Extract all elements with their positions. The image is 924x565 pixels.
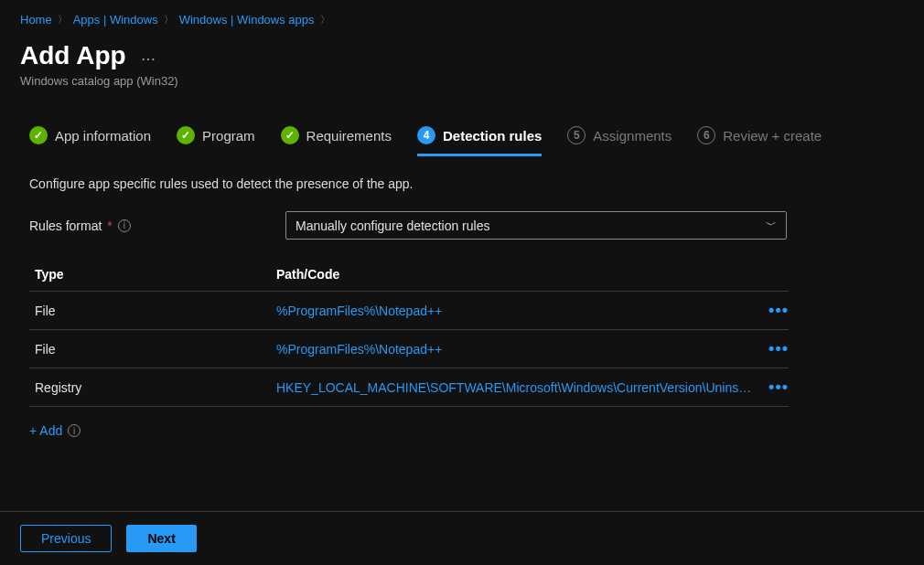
- more-icon[interactable]: ⋯: [141, 45, 157, 68]
- page-title: Add App: [20, 41, 126, 70]
- tab-label: Review + create: [723, 128, 822, 144]
- cell-type: File: [29, 342, 276, 357]
- breadcrumb-apps-windows[interactable]: Apps | Windows: [73, 13, 158, 27]
- check-icon: ✓: [29, 126, 48, 144]
- check-icon: ✓: [177, 126, 195, 144]
- rules-format-row: Rules format * i Manually configure dete…: [0, 191, 924, 240]
- cell-type: File: [29, 304, 276, 318]
- cell-type: Registry: [29, 380, 276, 395]
- tab-program[interactable]: ✓ Program: [177, 126, 255, 156]
- tab-requirements[interactable]: ✓ Requirements: [281, 126, 392, 156]
- tab-app-information[interactable]: ✓ App information: [29, 126, 151, 156]
- cell-path[interactable]: HKEY_LOCAL_MACHINE\SOFTWARE\Microsoft\Wi…: [276, 380, 752, 395]
- step-number-icon: 6: [697, 126, 715, 144]
- add-link-text: + Add: [29, 423, 62, 438]
- table-row: File %ProgramFiles%\Notepad++ •••: [29, 292, 789, 330]
- col-header-type: Type: [29, 267, 276, 282]
- label-text: Rules format: [29, 219, 102, 233]
- table-header: Type Path/Code: [29, 258, 789, 292]
- chevron-right-icon: 〉: [58, 13, 68, 27]
- required-asterisk: *: [107, 219, 112, 233]
- tab-detection-rules[interactable]: 4 Detection rules: [417, 126, 542, 156]
- info-icon[interactable]: i: [68, 424, 81, 437]
- previous-button[interactable]: Previous: [20, 525, 112, 552]
- check-icon: ✓: [281, 126, 299, 144]
- detection-rules-table: Type Path/Code File %ProgramFiles%\Notep…: [29, 258, 789, 407]
- tab-label: Program: [202, 128, 255, 144]
- next-button[interactable]: Next: [126, 525, 196, 552]
- tab-label: Requirements: [306, 128, 392, 144]
- wizard-tabs: ✓ App information ✓ Program ✓ Requiremen…: [0, 88, 924, 156]
- cell-path[interactable]: %ProgramFiles%\Notepad++: [276, 342, 752, 357]
- info-icon[interactable]: i: [118, 219, 131, 232]
- section-description: Configure app specific rules used to det…: [0, 156, 924, 191]
- tab-label: App information: [55, 128, 151, 144]
- chevron-right-icon: 〉: [164, 13, 174, 27]
- col-header-path: Path/Code: [276, 267, 752, 282]
- breadcrumb-windows-apps[interactable]: Windows | Windows apps: [179, 13, 315, 27]
- breadcrumb: Home 〉 Apps | Windows 〉 Windows | Window…: [0, 0, 924, 34]
- chevron-right-icon: 〉: [320, 13, 330, 27]
- tab-assignments[interactable]: 5 Assignments: [567, 126, 672, 156]
- row-more-icon[interactable]: •••: [768, 378, 789, 396]
- row-more-icon[interactable]: •••: [768, 339, 789, 357]
- page-subtitle: Windows catalog app (Win32): [0, 70, 924, 88]
- cell-path[interactable]: %ProgramFiles%\Notepad++: [276, 304, 752, 318]
- tab-label: Assignments: [593, 128, 672, 144]
- rules-format-select[interactable]: Manually configure detection rules ﹀: [285, 211, 787, 240]
- table-row: Registry HKEY_LOCAL_MACHINE\SOFTWARE\Mic…: [29, 368, 789, 407]
- step-number-icon: 4: [417, 126, 435, 144]
- add-rule-link[interactable]: + Add i: [0, 407, 924, 438]
- rules-format-label: Rules format * i: [29, 219, 285, 233]
- breadcrumb-home[interactable]: Home: [20, 13, 52, 27]
- table-row: File %ProgramFiles%\Notepad++ •••: [29, 330, 789, 368]
- chevron-down-icon: ﹀: [766, 218, 777, 233]
- row-more-icon[interactable]: •••: [768, 301, 789, 319]
- tab-label: Detection rules: [443, 128, 542, 144]
- tab-review-create[interactable]: 6 Review + create: [697, 126, 822, 156]
- select-value: Manually configure detection rules: [295, 219, 489, 233]
- wizard-footer: Previous Next: [0, 511, 924, 565]
- step-number-icon: 5: [567, 126, 586, 144]
